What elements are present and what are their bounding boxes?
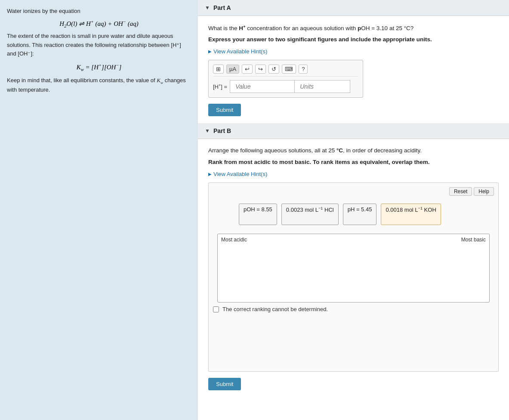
cannot-determine-checkbox[interactable] <box>213 306 219 312</box>
left-panel: Water ionizes by the equation H2O(l) ⇌ H… <box>0 0 198 420</box>
part-a-hint-label: View Available Hint(s) <box>213 48 267 55</box>
draggable-item-1[interactable]: pOH = 8.55 <box>239 204 277 225</box>
part-b-hint-label: View Available Hint(s) <box>213 171 267 177</box>
input-label: [H+] = <box>213 83 227 90</box>
grid-button[interactable]: ⊞ <box>213 65 224 74</box>
part-b-collapse-icon[interactable]: ▼ <box>205 128 210 134</box>
draggable-items-container: pOH = 8.55 0.0023 mol L−1 HCl pH = 5.45 … <box>213 199 494 234</box>
part-a-submit-button[interactable]: Submit <box>208 104 241 116</box>
part-b-content: Arrange the following aqueous solutions,… <box>198 139 509 397</box>
ranking-toolbar: Reset Help <box>213 187 494 196</box>
part-a-hint-link[interactable]: ▶ View Available Hint(s) <box>208 48 499 55</box>
cannot-determine-label: The correct ranking cannot be determined… <box>222 306 328 312</box>
desc1-text: The extent of the reaction is small in p… <box>7 32 191 59</box>
desc2-text: Keep in mind that, like all equilibrium … <box>7 76 191 95</box>
refresh-button[interactable]: ↺ <box>268 65 279 74</box>
ranking-help-button[interactable]: Help <box>474 187 494 196</box>
right-panel: ▼ Part A What is the H+ concentration fo… <box>198 0 509 420</box>
part-a-toolbar: ⊞ μA ↩ ↪ ↺ ⌨ ? <box>213 65 358 77</box>
part-a-label: Part A <box>213 4 231 11</box>
draggable-item-2[interactable]: 0.0023 mol L−1 HCl <box>281 204 339 225</box>
draggable-item-3[interactable]: pH = 5.45 <box>343 204 377 225</box>
help-button[interactable]: ? <box>299 65 308 74</box>
part-b-label: Part B <box>213 127 231 134</box>
part-a-collapse-icon[interactable]: ▼ <box>205 5 210 11</box>
part-b-hint-triangle-icon: ▶ <box>208 172 212 176</box>
water-equation: H2O(l) ⇌ H+ (aq) + OH− (aq) <box>7 19 191 28</box>
part-b-submit-button[interactable]: Submit <box>208 378 241 390</box>
value-input[interactable] <box>230 80 294 93</box>
part-a-question: What is the H+ concentration for an aque… <box>208 23 499 33</box>
part-a-instruction: Express your answer to two significant f… <box>208 35 499 45</box>
redo-button[interactable]: ↪ <box>255 65 266 74</box>
ranking-area: Reset Help pOH = 8.55 0.0023 mol L−1 HCl… <box>208 182 499 372</box>
ranking-drop-zone[interactable]: Most acidic Most basic <box>217 234 490 303</box>
most-basic-label: Most basic <box>461 237 486 243</box>
keyboard-button[interactable]: ⌨ <box>282 65 296 74</box>
reset-button[interactable]: Reset <box>449 187 472 196</box>
part-a-content: What is the H+ concentration for an aque… <box>198 16 509 123</box>
part-a-input-row: [H+] = <box>213 80 358 93</box>
kw-equation: Kw = [H+][OH−] <box>7 63 191 72</box>
cannot-determine-row: The correct ranking cannot be determined… <box>213 306 494 312</box>
mu-button[interactable]: μA <box>226 65 239 74</box>
part-b-question: Arrange the following aqueous solutions,… <box>208 146 499 156</box>
most-acidic-label: Most acidic <box>221 237 247 243</box>
undo-button[interactable]: ↩ <box>242 65 253 74</box>
units-input[interactable] <box>294 80 350 93</box>
intro-text: Water ionizes by the equation <box>7 7 191 16</box>
draggable-item-4[interactable]: 0.0018 mol L−1 KOH <box>381 204 441 225</box>
part-b-hint-link[interactable]: ▶ View Available Hint(s) <box>208 171 499 177</box>
part-b-instruction: Rank from most acidic to most basic. To … <box>208 158 499 167</box>
part-b-header: ▼ Part B <box>198 123 509 139</box>
hint-triangle-icon: ▶ <box>208 49 212 54</box>
part-a-header: ▼ Part A <box>198 0 509 16</box>
part-a-answer-box: ⊞ μA ↩ ↪ ↺ ⌨ ? [H+] = <box>208 60 363 98</box>
